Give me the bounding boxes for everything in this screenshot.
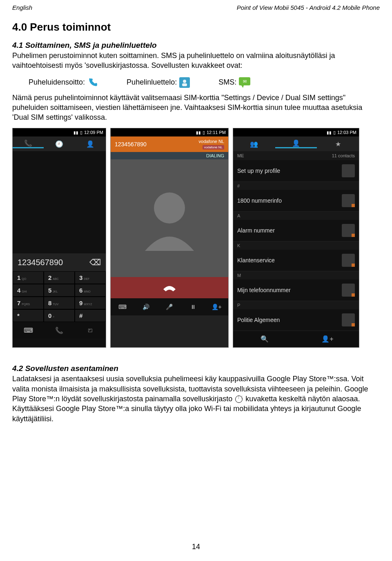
contact-name: Alarm nummer bbox=[237, 227, 275, 234]
hold-icon[interactable]: ⏸ bbox=[181, 304, 205, 310]
dialer-time: 12:09 PM bbox=[84, 130, 103, 135]
contacts-screenshot: ▮▮▯12:03 PM 👥 👤 ★ ME 11 contacts Set up … bbox=[233, 128, 359, 348]
label-contacts: Puhelinluettelo: bbox=[127, 78, 177, 87]
header-right: Point of View Mobii 5045 - Android 4.2 M… bbox=[237, 4, 380, 11]
contact-name: Mijn telefoonnummer bbox=[237, 287, 291, 293]
caller-avatar bbox=[111, 159, 228, 277]
tab-contacts[interactable]: 👤 bbox=[75, 140, 106, 148]
phone-icon bbox=[87, 77, 98, 88]
apps-drawer-icon bbox=[235, 396, 243, 403]
key-4[interactable]: 4GHI bbox=[13, 284, 44, 297]
contact-row[interactable]: 1800 nummerinfo bbox=[233, 190, 359, 212]
contact-row[interactable]: Mijn telefoonnummer bbox=[233, 279, 359, 301]
me-label: ME bbox=[237, 153, 244, 158]
avatar-placeholder-icon bbox=[342, 164, 355, 177]
contacts-time: 12:03 PM bbox=[337, 130, 356, 135]
section-4-1-title: 4.1 Soittaminen, SMS ja puhelinluettelo bbox=[12, 41, 380, 50]
tab-favorites[interactable]: ★ bbox=[317, 140, 359, 148]
contacts-count: 11 contacts bbox=[332, 153, 355, 158]
calling-screenshot: ▮▮▯12:11 PM 1234567890 vodafone NL vodaf… bbox=[110, 128, 229, 348]
key-8[interactable]: 8TUV bbox=[44, 297, 75, 309]
page-number: 14 bbox=[0, 543, 392, 551]
hangup-button[interactable] bbox=[111, 277, 228, 298]
signal-icon: ▮▮ bbox=[327, 130, 332, 135]
tab-dialer[interactable]: 📞 bbox=[13, 139, 44, 148]
section-4-1-body: Nämä perus puhelintoiminnot käyttävät va… bbox=[12, 93, 380, 123]
label-dialer: Puheluidensoitto: bbox=[29, 78, 85, 87]
dialpad-icon[interactable]: ⌨ bbox=[111, 304, 134, 310]
section-4-2-body: Ladataksesi ja asentaaksesi uusia sovell… bbox=[12, 374, 380, 423]
dialer-empty-area bbox=[13, 151, 106, 253]
contacts-icon bbox=[179, 77, 190, 88]
avatar-placeholder-icon bbox=[342, 284, 355, 297]
label-sms: SMS: bbox=[218, 78, 236, 87]
avatar-placeholder-icon bbox=[342, 254, 355, 267]
header-left: English bbox=[12, 4, 32, 11]
call-status: DIALING bbox=[111, 152, 228, 159]
page-title: 4.0 Perus toiminnot bbox=[12, 21, 380, 34]
calling-time: 12:11 PM bbox=[207, 130, 226, 135]
tab-all-contacts[interactable]: 👤 bbox=[275, 139, 317, 148]
section-4-2-title: 4.2 Sovellusten asentaminen bbox=[12, 364, 380, 373]
tab-groups[interactable]: 👥 bbox=[233, 140, 275, 148]
contact-row[interactable]: Alarm nummer bbox=[233, 220, 359, 241]
signal-icon: ▮▮ bbox=[74, 130, 78, 135]
dialer-screenshot: ▮▮▯12:09 PM 📞 🕘 👤 1234567890 ⌫ 1QO2ABC3D… bbox=[12, 128, 106, 348]
section-header: P bbox=[233, 301, 359, 309]
key-7[interactable]: 7PQRS bbox=[13, 297, 44, 309]
speaker-icon[interactable]: 🔊 bbox=[134, 304, 158, 310]
contact-row[interactable]: Politie Algemeen bbox=[233, 309, 359, 331]
battery-icon: ▯ bbox=[203, 130, 205, 135]
svg-point-1 bbox=[183, 80, 186, 83]
screenshots-row: ▮▮▯12:09 PM 📞 🕘 👤 1234567890 ⌫ 1QO2ABC3D… bbox=[12, 128, 380, 348]
battery-icon: ▯ bbox=[80, 130, 82, 135]
contact-name: Klantenservice bbox=[237, 257, 275, 264]
calling-operator: vodafone NL bbox=[199, 139, 224, 144]
mute-icon[interactable]: 🎤 bbox=[158, 304, 181, 310]
voicemail-icon[interactable]: ⏍ bbox=[75, 326, 106, 334]
avatar-placeholder-icon bbox=[342, 194, 355, 207]
section-header: K bbox=[233, 241, 359, 250]
section-header: A bbox=[233, 212, 359, 220]
backspace-icon[interactable]: ⌫ bbox=[89, 257, 101, 267]
avatar-placeholder-icon bbox=[342, 224, 355, 237]
setup-profile-label: Set up my profile bbox=[237, 168, 280, 174]
svg-point-5 bbox=[154, 192, 185, 224]
keypad-toggle-icon[interactable]: ⌨ bbox=[13, 326, 44, 334]
calling-number: 1234567890 bbox=[115, 141, 147, 148]
tab-recent[interactable]: 🕘 bbox=[44, 140, 75, 148]
call-button[interactable]: 📞 bbox=[44, 326, 75, 334]
calling-operator-tag: vodafone NL bbox=[203, 145, 224, 150]
sms-icon: ✉ bbox=[239, 77, 250, 88]
search-contacts-icon[interactable]: 🔍 bbox=[233, 331, 296, 347]
svg-text:✉: ✉ bbox=[243, 79, 247, 84]
key-*[interactable]: * bbox=[13, 309, 44, 322]
contact-row[interactable]: Klantenservice bbox=[233, 250, 359, 271]
setup-profile-row[interactable]: Set up my profile bbox=[233, 160, 359, 182]
avatar-placeholder-icon bbox=[342, 313, 355, 326]
add-contact-icon[interactable]: 👤+ bbox=[296, 331, 359, 347]
section-header: M bbox=[233, 271, 359, 279]
key-9[interactable]: 9WXYZ bbox=[75, 297, 106, 309]
battery-icon: ▯ bbox=[333, 130, 336, 135]
section-header: # bbox=[233, 182, 359, 190]
key-6[interactable]: 6MNO bbox=[75, 284, 106, 297]
key-1[interactable]: 1QO bbox=[13, 271, 44, 284]
add-call-icon[interactable]: 👤+ bbox=[205, 304, 228, 310]
contact-name: Politie Algemeen bbox=[237, 317, 280, 323]
key-0[interactable]: 0+ bbox=[44, 309, 75, 322]
dialed-number: 1234567890 bbox=[18, 258, 63, 267]
svg-rect-2 bbox=[182, 83, 187, 86]
section-4-1-intro: Puhelimen perustoiminnot kuten soittamin… bbox=[12, 51, 380, 71]
key-#[interactable]: # bbox=[75, 309, 106, 322]
contact-name: 1800 nummerinfo bbox=[237, 197, 282, 204]
signal-icon: ▮▮ bbox=[196, 130, 201, 135]
key-5[interactable]: 5JKL bbox=[44, 284, 75, 297]
key-3[interactable]: 3DEF bbox=[75, 271, 106, 284]
key-2[interactable]: 2ABC bbox=[44, 271, 75, 284]
